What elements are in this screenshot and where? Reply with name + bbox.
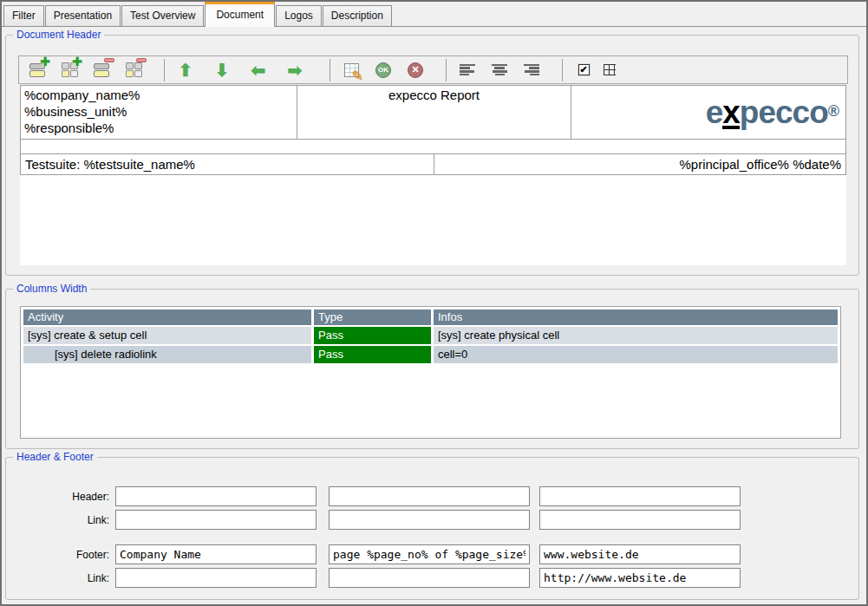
ok-icon: OK: [375, 62, 391, 78]
remove-row-button[interactable]: [90, 59, 113, 81]
add-column-button[interactable]: ✚: [58, 59, 81, 81]
type-cell-pass: Pass: [314, 346, 431, 363]
align-left-button[interactable]: [456, 59, 479, 81]
tab-bar: Filter Presentation Test Overview Docume…: [2, 2, 866, 27]
header-link-field-2[interactable]: [329, 510, 530, 530]
remove-column-button[interactable]: [122, 59, 145, 81]
move-up-button[interactable]: ⬆: [174, 59, 197, 81]
minus-icon: [136, 58, 147, 62]
toolbar-separator: [330, 59, 330, 81]
table-row[interactable]: [sys] delete radiolink Pass cell=0: [23, 346, 838, 363]
columns-width-table[interactable]: Activity Type Infos [sys] create & setup…: [20, 306, 841, 439]
show-grid-checkbox[interactable]: ✔: [572, 59, 595, 81]
move-right-button[interactable]: ➡: [284, 59, 306, 81]
document-header-group: Document Header ✚ ✚ ⬆ ⬇ ⬅ ➡: [5, 35, 859, 276]
align-right-icon: [524, 64, 539, 76]
tab-presentation[interactable]: Presentation: [45, 5, 121, 26]
group-title: Columns Width: [13, 283, 90, 295]
footer-input-row: Footer:: [6, 544, 741, 564]
header-text-field-1[interactable]: [115, 486, 317, 506]
footer-text-field-2[interactable]: [329, 544, 530, 564]
edit-cell-button[interactable]: ✎: [340, 59, 362, 81]
align-center-icon: [492, 64, 507, 76]
grid-lines-button[interactable]: [598, 59, 621, 81]
move-down-button[interactable]: ⬇: [211, 59, 233, 81]
table-row[interactable]: [sys] create & setup cell Pass [sys] cre…: [23, 327, 838, 344]
header-text-field-3[interactable]: [539, 486, 741, 506]
tab-description[interactable]: Description: [323, 5, 392, 26]
tab-filter[interactable]: Filter: [3, 5, 44, 26]
columns-width-group: Columns Width Activity Type Infos [sys] …: [5, 289, 859, 449]
footer-text-field-3[interactable]: [539, 544, 741, 564]
dialog-window: Filter Presentation Test Overview Docume…: [0, 0, 868, 606]
cancel-icon: ✕: [408, 62, 423, 78]
header-row-1: %company_name% %business_unit% %responsi…: [20, 85, 846, 140]
group-title: Header & Footer: [13, 451, 97, 463]
header-text-field-2[interactable]: [329, 486, 530, 506]
align-left-icon: [460, 64, 475, 76]
align-center-button[interactable]: [488, 59, 511, 81]
toolbar-separator: [164, 59, 165, 81]
arrow-up-icon: ⬆: [179, 60, 193, 81]
activity-cell: [sys] create & setup cell: [23, 327, 311, 344]
cancel-button[interactable]: ✕: [404, 59, 427, 81]
table-header-row: Activity Type Infos: [23, 310, 838, 325]
document-header-toolbar: ✚ ✚ ⬆ ⬇ ⬅ ➡ ✎: [18, 55, 848, 84]
footer-link-field-1[interactable]: [115, 568, 317, 588]
grid-icon: [604, 64, 616, 75]
tab-document[interactable]: Document: [205, 2, 275, 27]
header-footer-group: Header & Footer Header: Link: Footer: Li…: [5, 457, 859, 600]
plus-icon: ✚: [72, 55, 82, 68]
header-link-field-1[interactable]: [115, 510, 317, 530]
activity-cell: [sys] delete radiolink: [23, 346, 311, 363]
toolbar-separator: [446, 59, 447, 81]
company-cell[interactable]: %company_name% %business_unit% %responsi…: [20, 85, 297, 140]
header-row-2: Testsuite: %testsuite_name% %principal_o…: [20, 153, 846, 175]
responsible-line: %responsible%: [24, 120, 293, 136]
remove-column-icon: [126, 62, 142, 77]
principal-office-cell[interactable]: %principal_office% %date%: [434, 153, 846, 175]
logo-cell[interactable]: expecco®: [571, 85, 846, 140]
arrow-right-icon: ➡: [288, 60, 303, 81]
infos-cell: [sys] create physical cell: [434, 327, 838, 344]
header-link-field-3[interactable]: [539, 510, 741, 530]
business-unit-line: %business_unit%: [24, 103, 293, 120]
header-input-row: Header:: [6, 486, 741, 506]
toolbar-separator: [562, 59, 563, 81]
testsuite-cell[interactable]: Testsuite: %testsuite_name%: [20, 153, 434, 175]
footer-label: Footer:: [6, 549, 115, 561]
footer-link-row: Link:: [6, 568, 741, 588]
checkbox-checked-icon: ✔: [578, 64, 590, 75]
group-title: Document Header: [13, 29, 104, 41]
header-link-row: Link:: [6, 510, 741, 530]
pencil-icon: ✎: [352, 69, 363, 83]
document-header-preview[interactable]: %company_name% %business_unit% %responsi…: [20, 85, 846, 265]
link-label: Link:: [6, 572, 115, 584]
company-name-line: %company_name%: [24, 87, 293, 103]
arrow-down-icon: ⬇: [215, 60, 230, 81]
minus-icon: [104, 58, 114, 62]
type-cell-pass: Pass: [314, 327, 431, 344]
plus-icon: ✚: [40, 55, 50, 68]
move-left-button[interactable]: ⬅: [247, 59, 270, 81]
align-right-button[interactable]: [520, 59, 543, 81]
report-title-cell[interactable]: expecco Report: [297, 85, 571, 140]
header-spacer-row: [20, 140, 846, 153]
footer-link-field-2[interactable]: [329, 568, 530, 588]
infos-cell: cell=0: [434, 346, 838, 363]
header-label: Header:: [6, 491, 115, 503]
column-header-type[interactable]: Type: [314, 310, 431, 325]
link-label: Link:: [6, 514, 115, 526]
remove-row-icon: [94, 63, 109, 77]
arrow-left-icon: ⬅: [251, 60, 266, 81]
column-header-activity[interactable]: Activity: [23, 310, 311, 325]
ok-button[interactable]: OK: [372, 59, 395, 81]
column-header-infos[interactable]: Infos: [434, 310, 838, 325]
tab-test-overview[interactable]: Test Overview: [121, 5, 204, 26]
footer-link-field-3[interactable]: [539, 568, 741, 588]
footer-text-field-1[interactable]: [115, 544, 317, 564]
report-title: expecco Report: [388, 88, 480, 102]
expecco-logo: expecco®: [706, 94, 839, 130]
add-row-button[interactable]: ✚: [26, 59, 49, 81]
tab-logos[interactable]: Logos: [276, 5, 322, 26]
